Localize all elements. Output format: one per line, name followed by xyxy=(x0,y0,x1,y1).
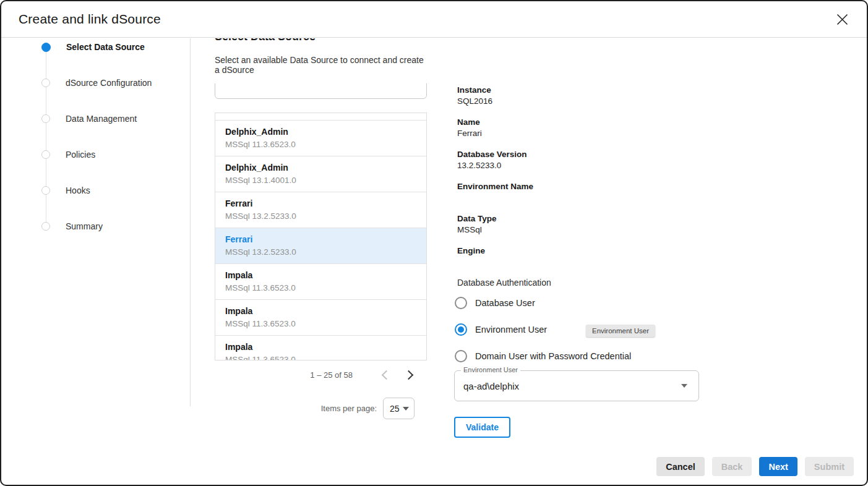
stepper-step[interactable]: Hooks xyxy=(41,185,90,195)
cancel-button[interactable]: Cancel xyxy=(656,457,705,476)
detail-field-label: Data Type xyxy=(457,213,699,224)
search-input[interactable] xyxy=(215,83,426,98)
search-field[interactable] xyxy=(215,83,427,99)
dialog-body: Select Data Source dSource Configuration… xyxy=(1,38,867,485)
detail-field-value: 13.2.5233.0 xyxy=(457,160,699,171)
data-source-list-item[interactable]: Ferrari MSSql 13.2.5233.0 xyxy=(215,192,426,228)
data-source-version: MSSql 13.2.5233.0 xyxy=(225,211,416,222)
data-source-name: Ferrari xyxy=(225,198,416,210)
auth-radio-option[interactable]: Database User xyxy=(454,297,699,309)
detail-field-value: MSSql xyxy=(457,224,699,235)
validate-button[interactable]: Validate xyxy=(454,417,510,438)
data-source-list[interactable]: Delphix_Admin MSSql 11.3.6523.0 Delphix_… xyxy=(215,113,427,360)
auth-radio-option[interactable]: Domain User with Password Credential xyxy=(454,350,699,362)
next-page-icon[interactable] xyxy=(401,368,416,382)
stepper-step[interactable]: dSource Configuration xyxy=(41,78,152,88)
data-source-list-item[interactable]: Impala MSSql 11.3.6523.0 xyxy=(215,264,426,300)
step-circle-icon xyxy=(41,43,51,52)
stepper-connector-line xyxy=(46,47,46,227)
data-source-version: MSSql 11.3.6523.0 xyxy=(225,283,416,294)
detail-field-value: SQL2016 xyxy=(457,96,699,106)
data-source-name: Delphix_Admin xyxy=(225,162,416,174)
data-source-version: MSSql 11.3.6523.0 xyxy=(225,318,416,330)
detail-field-label: Name xyxy=(457,117,699,127)
data-source-name: Impala xyxy=(225,341,416,353)
data-source-list-item[interactable]: Impala MSSql 11.3.6523.0 xyxy=(215,300,426,336)
items-per-page-value: 25 xyxy=(390,404,400,414)
stepper-step[interactable]: Summary xyxy=(41,221,103,231)
source-panel: Select Data Source Select an available D… xyxy=(215,38,427,419)
auth-radio-option[interactable]: Environment User xyxy=(454,323,699,336)
step-label: Data Management xyxy=(66,114,137,124)
wizard-stepper: Select Data Source dSource Configuration… xyxy=(1,38,191,406)
items-per-page-select[interactable]: 25 xyxy=(383,398,415,419)
detail-field-label: Database Version xyxy=(457,149,699,160)
create-dsource-dialog: Create and link dSource Select Data Sour… xyxy=(0,0,868,486)
detail-field-value: Ferrari xyxy=(457,128,699,139)
data-source-name: Impala xyxy=(225,305,416,317)
detail-field: Data Type MSSql xyxy=(454,213,699,235)
data-source-list-item[interactable]: Ferrari MSSql 13.2.5233.0 xyxy=(215,228,426,264)
dialog-footer: CancelBackNextSubmit xyxy=(656,457,854,476)
detail-field-value xyxy=(457,192,699,203)
stepper-step[interactable]: Select Data Source xyxy=(41,42,145,52)
close-icon[interactable] xyxy=(835,12,849,27)
radio-button-icon xyxy=(455,297,467,309)
environment-user-select-value: qa-ad\delphix xyxy=(463,381,519,391)
detail-field-label: Engine xyxy=(457,245,699,256)
detail-field-value xyxy=(457,257,699,267)
authentication-radio-group: Database User Environment User Domain Us… xyxy=(454,297,699,362)
page-range-label: 1 – 25 of 58 xyxy=(310,370,353,380)
panel-subtitle: Select an available Data Source to conne… xyxy=(215,55,427,75)
data-source-name: Impala xyxy=(225,270,416,281)
radio-button-icon xyxy=(455,350,467,362)
detail-field: Database Version 13.2.5233.0 xyxy=(454,149,699,171)
data-source-version: MSSql 11.3.6523.0 xyxy=(225,139,416,150)
items-per-page-row: Items per page: 25 xyxy=(215,398,427,419)
data-source-version: MSSql 13.1.4001.0 xyxy=(225,175,416,186)
search-clip xyxy=(215,83,427,100)
dropdown-caret-icon xyxy=(403,407,409,411)
clipped-list-row xyxy=(215,113,426,121)
data-source-version: MSSql 11.3.6523.0 xyxy=(225,354,416,360)
paginator: 1 – 25 of 58 xyxy=(215,368,427,382)
step-label: Hooks xyxy=(66,185,90,195)
detail-field-label: Instance xyxy=(457,85,699,95)
auth-radio-label: Database User xyxy=(475,298,535,308)
detail-field: Instance SQL2016 xyxy=(454,85,699,106)
radio-button-icon xyxy=(455,323,467,336)
dialog-header: Create and link dSource xyxy=(1,1,867,38)
data-source-list-item[interactable]: Impala MSSql 11.3.6523.0 xyxy=(215,336,426,360)
step-circle-icon xyxy=(41,186,50,195)
stepper-step[interactable]: Data Management xyxy=(41,114,137,124)
source-details-panel: Instance SQL2016 Name Ferrari Database V… xyxy=(454,85,699,362)
previous-page-icon[interactable] xyxy=(379,368,393,382)
back-button[interactable]: Back xyxy=(712,457,752,476)
environment-user-select-label: Environment User xyxy=(461,366,520,373)
detail-field: Environment Name xyxy=(454,181,699,203)
data-source-list-item[interactable]: Delphix_Admin MSSql 13.1.4001.0 xyxy=(215,156,426,192)
data-source-name: Delphix_Admin xyxy=(225,126,416,138)
auth-radio-label: Domain User with Password Credential xyxy=(475,351,631,361)
dropdown-caret-icon xyxy=(681,384,687,388)
step-label: Summary xyxy=(66,221,103,231)
step-circle-icon xyxy=(41,150,50,159)
step-label: Select Data Source xyxy=(66,42,145,52)
step-label: dSource Configuration xyxy=(66,78,152,88)
step-circle-icon xyxy=(41,222,50,231)
stepper-step[interactable]: Policies xyxy=(41,150,95,160)
next-button[interactable]: Next xyxy=(759,457,797,476)
detail-field: Name Ferrari xyxy=(454,117,699,139)
detail-field-label: Environment Name xyxy=(457,181,699,192)
step-circle-icon xyxy=(41,79,50,87)
items-per-page-label: Items per page: xyxy=(321,404,377,413)
environment-user-select[interactable]: Environment User qa-ad\delphix xyxy=(454,370,699,401)
data-source-list-item[interactable]: Delphix_Admin MSSql 11.3.6523.0 xyxy=(215,121,426,156)
detail-field: Engine xyxy=(454,245,699,267)
panel-heading: Select Data Source xyxy=(215,38,427,43)
data-source-name: Ferrari xyxy=(225,234,416,245)
step-circle-icon xyxy=(41,114,50,123)
auth-radio-label: Environment User xyxy=(475,325,547,335)
step-label: Policies xyxy=(66,150,95,160)
submit-button[interactable]: Submit xyxy=(805,457,854,476)
